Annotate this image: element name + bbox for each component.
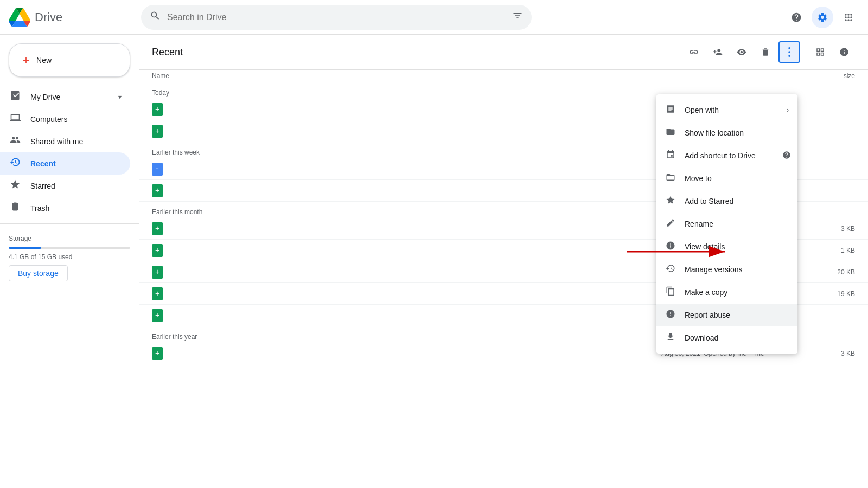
storage-used-text: 4.1 GB of 15 GB used xyxy=(9,253,130,261)
ctx-make-copy-label: Make a copy xyxy=(685,288,789,297)
help-button[interactable] xyxy=(786,7,807,28)
sidebar-item-label: My Drive xyxy=(30,93,60,101)
storage-label: Storage xyxy=(9,235,130,242)
file-icon: ≡ xyxy=(152,163,169,176)
ctx-move-to-label: Move to xyxy=(685,174,789,183)
sidebar-item-computers[interactable]: Computers xyxy=(0,108,130,130)
page-title: Recent xyxy=(152,47,679,58)
sidebar-item-shared[interactable]: Shared with me xyxy=(0,130,130,152)
show-location-icon xyxy=(665,127,676,139)
storage-section: Storage 4.1 GB of 15 GB used Buy storage xyxy=(0,228,139,288)
buy-storage-button[interactable]: Buy storage xyxy=(9,265,68,281)
sidebar-item-trash[interactable]: Trash xyxy=(0,197,130,219)
ctx-open-with[interactable]: Open with › xyxy=(656,99,797,121)
filter-icon[interactable] xyxy=(512,10,523,24)
file-icon: + xyxy=(152,244,169,257)
ctx-add-starred[interactable]: Add to Starred xyxy=(656,190,797,213)
ctx-add-starred-label: Add to Starred xyxy=(685,197,789,206)
more-options-button[interactable] xyxy=(778,41,800,63)
shared-icon xyxy=(9,134,22,148)
ctx-make-copy[interactable]: Make a copy xyxy=(656,281,797,304)
apps-button[interactable] xyxy=(838,7,859,28)
open-with-icon xyxy=(665,104,676,116)
svg-point-0 xyxy=(788,47,790,49)
ctx-open-with-label: Open with xyxy=(685,106,778,114)
svg-text:+: + xyxy=(155,105,159,113)
settings-button[interactable] xyxy=(812,7,833,28)
ctx-manage-versions[interactable]: Manage versions xyxy=(656,258,797,281)
topbar-right xyxy=(786,7,859,28)
search-bar[interactable] xyxy=(141,5,532,30)
drive-logo-icon xyxy=(9,7,30,28)
file-size: 1 KB xyxy=(812,247,855,254)
ctx-view-details-label: View details xyxy=(685,242,789,251)
file-icon: + xyxy=(152,103,169,116)
recent-icon xyxy=(9,157,22,170)
new-button[interactable]: + New xyxy=(9,43,130,77)
svg-point-2 xyxy=(788,55,790,57)
share-button[interactable] xyxy=(707,41,729,63)
add-shortcut-icon xyxy=(665,150,676,162)
column-headers: Name size xyxy=(139,70,868,82)
svg-text:+: + xyxy=(155,126,159,135)
ctx-add-shortcut-help[interactable] xyxy=(782,151,791,161)
preview-button[interactable] xyxy=(731,41,752,63)
ctx-show-location[interactable]: Show file location xyxy=(656,121,797,144)
ctx-add-shortcut[interactable]: Add shortcut to Drive xyxy=(656,144,797,167)
report-abuse-icon xyxy=(665,309,676,321)
file-size: 19 KB xyxy=(812,290,855,298)
sidebar: + New My Drive ▾ Computers Shared with m… xyxy=(0,35,139,488)
ctx-rename-label: Rename xyxy=(685,220,789,228)
file-icon: + xyxy=(152,309,169,322)
add-starred-icon xyxy=(665,195,676,207)
app-name: Drive xyxy=(35,10,62,24)
ctx-open-with-arrow: › xyxy=(787,106,789,114)
new-plus-icon: + xyxy=(22,53,30,68)
col-size-header: size xyxy=(812,72,855,80)
sidebar-item-recent[interactable]: Recent xyxy=(0,152,130,175)
main-layout: + New My Drive ▾ Computers Shared with m… xyxy=(0,35,868,488)
svg-text:+: + xyxy=(155,311,159,319)
computers-icon xyxy=(9,112,22,126)
info-button[interactable] xyxy=(833,41,855,63)
ctx-show-location-label: Show file location xyxy=(685,129,789,137)
file-size: 3 KB xyxy=(812,350,855,357)
ctx-move-to[interactable]: Move to xyxy=(656,167,797,190)
search-input[interactable] xyxy=(167,12,506,22)
sidebar-item-starred[interactable]: Starred xyxy=(0,175,130,197)
ctx-report-abuse[interactable]: Report abuse xyxy=(656,304,797,326)
file-icon: + xyxy=(152,222,169,235)
ctx-view-details[interactable]: View details xyxy=(656,235,797,258)
toolbar-actions xyxy=(683,41,855,63)
ctx-report-abuse-label: Report abuse xyxy=(685,311,789,319)
rename-icon xyxy=(665,218,676,230)
svg-text:+: + xyxy=(155,246,159,254)
ctx-add-shortcut-label: Add shortcut to Drive xyxy=(685,151,789,160)
sidebar-item-label: Recent xyxy=(30,159,56,168)
starred-icon xyxy=(9,179,22,192)
download-icon xyxy=(665,332,676,344)
sidebar-item-label: Trash xyxy=(30,204,49,213)
ctx-download-label: Download xyxy=(685,333,789,342)
file-icon: + xyxy=(152,125,169,138)
expand-icon: ▾ xyxy=(118,93,122,101)
grid-view-button[interactable] xyxy=(809,41,831,63)
ctx-download[interactable]: Download xyxy=(656,326,797,349)
main-content: Recent xyxy=(139,35,868,488)
move-to-icon xyxy=(665,172,676,184)
get-link-button[interactable] xyxy=(683,41,705,63)
sidebar-item-label: Starred xyxy=(30,182,55,190)
file-toolbar: Recent xyxy=(139,35,868,70)
svg-text:+: + xyxy=(155,267,159,276)
view-details-icon xyxy=(665,241,676,253)
storage-bar-fill xyxy=(9,247,41,249)
file-icon: + xyxy=(152,266,169,279)
remove-button[interactable] xyxy=(755,41,776,63)
ctx-rename[interactable]: Rename xyxy=(656,213,797,235)
svg-text:+: + xyxy=(155,289,159,298)
sidebar-item-my-drive[interactable]: My Drive ▾ xyxy=(0,86,130,108)
manage-versions-icon xyxy=(665,264,676,275)
sidebar-divider xyxy=(0,223,139,224)
storage-bar-track xyxy=(9,247,130,249)
file-size: 20 KB xyxy=(812,268,855,276)
